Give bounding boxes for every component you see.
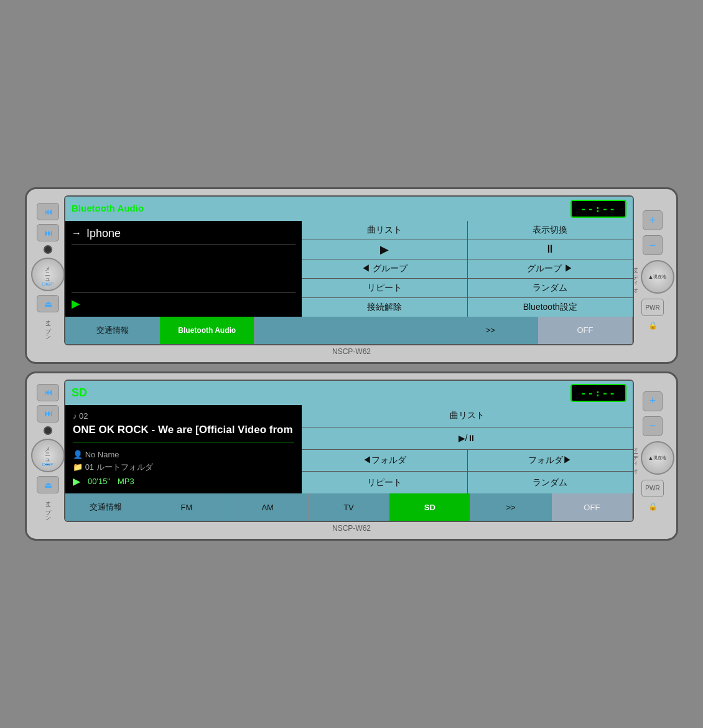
tab-off-1[interactable]: OFF [538,317,633,344]
eject-btn-2[interactable]: ⏏ [37,476,59,493]
time-play-icon: ▶ [73,475,80,487]
menu-btn-2[interactable]: メニュー DISP [31,439,65,472]
disconnect-btn[interactable]: 接続解除 [302,298,467,317]
menu-label-2: メニュー [44,443,52,462]
disp-label-2: DISP [42,462,54,467]
menu-btn-1[interactable]: メニュー DISP [31,258,65,291]
lock-icon-2: 🔒 [648,502,658,511]
tab-spacer-1 [254,317,443,344]
tab-fm[interactable]: FM [146,493,227,521]
pwr-btn-2[interactable]: PWR [641,480,664,497]
model-label-1: NSCP-W62 [332,345,371,357]
tab-traffic-2[interactable]: 交通情報 [65,493,146,521]
bt-play-icon: ▶ [72,297,296,310]
unit1-bluetooth: ⏮ ⏭ メニュー DISP ⏏ オープン Bluetooth Audio --:… [25,187,678,364]
bt-right-panel: 曲リスト 表示切換 ▶ ⏸ ◀ グループ グループ ▶ リピート ランダム 接続… [302,221,633,317]
artist-name: No Name [85,450,119,459]
next-btn-2[interactable]: ⏭ [37,405,59,422]
prev-btn-1[interactable]: ⏮ [37,203,59,220]
tab-sd[interactable]: SD [389,493,470,521]
menu-label-1: メニュー [44,263,52,281]
left-side-controls-2: ⏮ ⏭ メニュー DISP ⏏ オープン [32,384,64,518]
artist-icon: 👤 [73,450,83,459]
tab-bt-audio[interactable]: Bluetooth Audio [160,317,254,344]
screen-2: SD --:-- ♪ 02 ONE OK ROCK - We are [Offi… [64,380,634,522]
next-btn-1[interactable]: ⏭ [37,224,59,241]
format-label: MP3 [118,477,134,486]
display-switch-btn[interactable]: 表示切換 [468,221,633,240]
right-side-controls-2: + − オーディオ ▲現在地 PWR 🔒 [634,391,671,511]
folder-icon: 📁 [73,462,83,472]
model-label-2: NSCP-W62 [332,522,371,534]
group-prev-btn[interactable]: ◀ グループ [302,259,467,278]
nav-btn-2[interactable]: ▲現在地 [641,441,674,475]
minus-btn-2[interactable]: − [643,416,663,436]
folder-row: 📁 01 ルートフォルダ [73,462,294,473]
divider-1 [72,244,296,245]
track-list-btn[interactable]: 曲リスト [302,221,467,240]
sd-repeat-btn[interactable]: リピート [302,472,467,493]
lock-icon-1: 🔒 [648,321,658,330]
screen-header-1: Bluetooth Audio --:-- [65,197,633,221]
track-title: ONE OK ROCK - We are [Official Video fro… [73,423,294,437]
folder-name: 01 ルートフォルダ [85,462,153,472]
track-num: ♪ 02 [73,411,294,421]
sd-left-panel: ♪ 02 ONE OK ROCK - We are [Official Vide… [65,405,302,493]
time-display-2: --:-- [570,384,626,402]
screen-1: Bluetooth Audio --:-- → Iphone ▶ [64,195,634,345]
left-side-controls-1: ⏮ ⏭ メニュー DISP ⏏ オープン [32,203,64,337]
tab-bar-1: 交通情報 Bluetooth Audio >> OFF [65,317,633,344]
sd-title: SD [72,386,87,399]
eject-btn-1[interactable]: ⏏ [37,295,59,312]
open-label-2: オープン [44,497,52,518]
plus-btn-2[interactable]: + [643,391,663,411]
sd-track-list-btn[interactable]: 曲リスト [302,405,633,427]
time-display-1: --:-- [570,200,626,218]
headphone-jack-2 [44,426,52,435]
play-btn[interactable]: ▶ [302,240,467,259]
disp-label-1: DISP [42,281,54,287]
tab-forward-2[interactable]: >> [470,493,551,521]
time-row: ▶ 00'15" MP3 [73,475,294,487]
plus-btn-1[interactable]: + [643,210,663,230]
random-btn[interactable]: ランダム [468,279,633,297]
headphone-jack-1 [44,245,52,254]
screen-header-2: SD --:-- [65,381,633,405]
device-row: → Iphone [72,227,296,240]
divider-2 [72,292,296,293]
pause-btn[interactable]: ⏸ [468,240,633,259]
unit2-sd: ⏮ ⏭ メニュー DISP ⏏ オープン SD --:-- [25,371,678,541]
sd-folder-prev-btn[interactable]: ◀フォルダ [302,450,467,472]
minus-btn-1[interactable]: − [643,235,663,255]
sd-playpause-btn[interactable]: ▶/⏸ [302,427,633,449]
audio-label-1: オーディオ [631,263,640,291]
open-label-1: オープン [44,316,52,337]
right-side-controls-1: + − オーディオ ▲現在地 PWR 🔒 [634,210,671,330]
artist-row: 👤 No Name [73,450,294,459]
bt-title: Bluetooth Audio [72,203,144,214]
prev-btn-2[interactable]: ⏮ [37,384,59,401]
tab-bar-2: 交通情報 FM AM TV SD >> OFF [65,493,633,521]
device-name: Iphone [86,227,121,240]
audio-label-2: オーディオ [631,444,640,472]
bt-settings-btn[interactable]: Bluetooth設定 [468,298,633,317]
sd-right-panel: 曲リスト ▶/⏸ ◀フォルダ フォルダ▶ リピート ランダム [302,405,633,493]
tab-tv[interactable]: TV [309,493,389,521]
tab-forward-1[interactable]: >> [444,317,538,344]
repeat-btn[interactable]: リピート [302,279,467,297]
pwr-btn-1[interactable]: PWR [641,299,664,316]
green-divider [73,442,294,442]
nav-btn-1[interactable]: ▲現在地 [641,260,674,294]
sd-folder-next-btn[interactable]: フォルダ▶ [468,450,633,472]
screen-body-1: → Iphone ▶ 曲リスト 表示切換 ▶ ⏸ ◀ グループ グループ ▶ [65,221,633,317]
sd-random-btn[interactable]: ランダム [468,472,633,493]
arrow-icon: → [72,228,81,239]
screen-body-2: ♪ 02 ONE OK ROCK - We are [Official Vide… [65,405,633,493]
group-next-btn[interactable]: グループ ▶ [468,259,633,278]
tab-traffic-1[interactable]: 交通情報 [65,317,160,344]
tab-off-2[interactable]: OFF [552,493,633,521]
elapsed-time: 00'15" [88,477,110,486]
bt-left-panel: → Iphone ▶ [65,221,302,317]
tab-am[interactable]: AM [228,493,309,521]
